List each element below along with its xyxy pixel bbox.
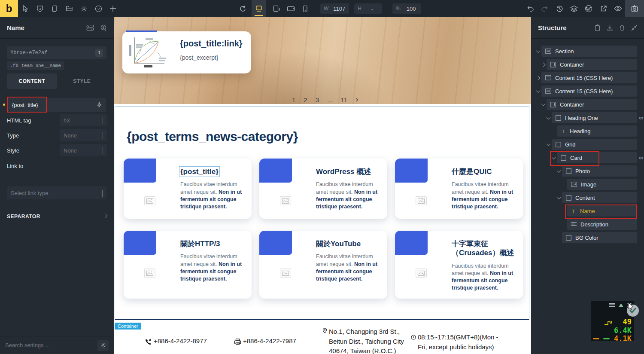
canvas-height-field[interactable]: H -	[354, 3, 382, 14]
card-title[interactable]: 關於YouTube	[316, 240, 361, 248]
card-title[interactable]: WordPress 概述	[316, 168, 371, 176]
tree-item[interactable]: Content 15 (CSS Here)	[541, 72, 637, 83]
news-card[interactable]: WordPress 概述 Faucibus vitae interdum ame…	[259, 159, 387, 219]
hero-post-card[interactable]: {post_title:link} {post_excerpt}	[122, 31, 251, 73]
save-button[interactable]	[625, 0, 644, 17]
element-id-input[interactable]: #brxe-e7e2af 1	[7, 46, 106, 59]
element-states-icon[interactable]	[86, 24, 94, 31]
settings-gear-icon[interactable]	[76, 0, 91, 17]
card-title[interactable]: {post_title}	[180, 168, 219, 176]
footer-phone[interactable]: +886-4-2422-8977	[145, 337, 207, 347]
search-settings-input[interactable]: Search settings ...	[5, 342, 97, 348]
news-card[interactable]: 關於HTTP/3 Faucibus vitae interdum amet ne…	[124, 231, 252, 299]
pagination-item[interactable]: 2	[304, 96, 307, 104]
tree-chevron-icon[interactable]	[555, 196, 562, 199]
title-text-input[interactable]: {post_title}	[8, 98, 106, 112]
dynamic-data-bolt-icon[interactable]	[93, 98, 106, 112]
perf-up-icon[interactable]	[619, 303, 623, 307]
folder-icon[interactable]	[62, 0, 76, 17]
layers-icon[interactable]	[567, 0, 581, 17]
viewport-tablet-rotate-icon[interactable]	[269, 0, 283, 17]
tree-item[interactable]: BG Color	[562, 232, 637, 243]
css-class-chip[interactable]: .fb-team-one__name	[7, 61, 64, 70]
open-preview-icon[interactable]	[596, 0, 611, 17]
card-bg-color-block[interactable]	[259, 159, 292, 183]
history-icon[interactable]	[552, 0, 567, 17]
card-bg-color-block[interactable]	[259, 231, 292, 255]
footer-section[interactable]: Container +886-4-2422-8977 +886-4-2422-7…	[114, 320, 531, 354]
help-icon[interactable]: ?	[91, 0, 106, 17]
title-text-value[interactable]: {post_title}	[8, 102, 93, 108]
tree-chevron-icon[interactable]	[540, 63, 547, 66]
style-select[interactable]: None	[60, 144, 107, 156]
viewport-tablet-icon[interactable]	[283, 0, 298, 17]
refresh-icon[interactable]	[235, 0, 250, 17]
eye-icon[interactable]	[611, 0, 625, 17]
hero-section[interactable]: {post_title:link} {post_excerpt} 123...1…	[114, 17, 531, 104]
tree-item[interactable]: Grid	[552, 139, 637, 150]
tree-chevron-icon[interactable]	[555, 170, 562, 173]
card-title[interactable]: 十字軍東征（Crusades）概述	[452, 240, 514, 257]
news-card[interactable]: {post_title} Faucibus vitae interdum ame…	[124, 159, 252, 219]
tree-item[interactable]: Container	[547, 59, 637, 70]
canvas-width-field[interactable]: W 1107	[320, 3, 349, 14]
tree-chevron-icon[interactable]	[540, 103, 547, 106]
zoom-value[interactable]: 100	[405, 6, 418, 12]
hero-post-title-link[interactable]: {post_title:link}	[180, 39, 243, 49]
card-title[interactable]: 關於HTTP/3	[180, 240, 220, 248]
perf-close-icon[interactable]	[627, 303, 632, 307]
tree-item[interactable]: Description	[567, 219, 637, 230]
card-bg-color-block[interactable]	[124, 159, 156, 183]
delete-icon[interactable]	[619, 24, 625, 31]
card-bg-color-block[interactable]	[395, 159, 428, 183]
footer-fax[interactable]: +886-4-2422-7987	[234, 337, 296, 346]
tree-item[interactable]: Content 15 (CSS Here)	[541, 85, 637, 97]
tab-content[interactable]: CONTENT	[7, 73, 57, 89]
tree-item[interactable]: Section	[541, 46, 637, 57]
tree-item[interactable]: Content	[562, 192, 637, 203]
viewport-desktop-icon[interactable]	[252, 0, 266, 17]
perf-menu-icon[interactable]	[609, 303, 615, 307]
news-category-heading[interactable]: {post_terms_news-category}	[127, 129, 298, 144]
undo-icon[interactable]	[523, 0, 538, 17]
pagination-next-icon[interactable]: ›	[355, 95, 358, 104]
pages-icon[interactable]	[47, 0, 62, 17]
news-card[interactable]: 關於YouTube Faucibus vitae interdum amet n…	[259, 231, 387, 299]
tree-item[interactable]: Heading One	[552, 112, 637, 123]
collapse-all-icon[interactable]	[631, 25, 637, 31]
tree-item[interactable]: Card	[557, 152, 637, 163]
card-bg-color-block[interactable]	[124, 231, 156, 255]
news-card[interactable]: 十字軍東征（Crusades）概述 Faucibus vitae interdu…	[395, 231, 523, 299]
link-type-select[interactable]: Select link type	[7, 186, 106, 199]
add-element-icon[interactable]	[106, 0, 120, 17]
html-tag-select[interactable]: h3	[60, 114, 107, 126]
element-settings-gear-icon[interactable]	[97, 340, 109, 351]
tree-item[interactable]: Photo	[562, 165, 637, 177]
canvas-zoom-field[interactable]: % 100	[392, 3, 421, 14]
shield-3-icon[interactable]: 3	[33, 0, 47, 17]
paste-icon[interactable]	[594, 24, 601, 31]
redo-icon[interactable]	[538, 0, 552, 17]
news-section[interactable]: {post_terms_news-category} {post_title} …	[115, 106, 529, 320]
tree-chevron-icon[interactable]	[535, 50, 541, 53]
pagination-item[interactable]: 3	[316, 96, 319, 104]
user-interactions-icon[interactable]	[100, 24, 107, 31]
pagination-item[interactable]: ...	[327, 96, 333, 104]
tree-chevron-icon[interactable]	[545, 143, 552, 146]
bricks-logo[interactable]: b	[0, 0, 18, 17]
wordpress-icon[interactable]	[581, 0, 596, 17]
card-title[interactable]: 什麼是QUIC	[452, 168, 492, 176]
viewport-mobile-icon[interactable]	[298, 0, 313, 17]
type-select[interactable]: None	[60, 129, 107, 141]
pagination-item[interactable]: 1	[292, 96, 295, 104]
width-value[interactable]: 1107	[333, 6, 346, 12]
pointer-tool-icon[interactable]	[18, 0, 33, 17]
import-icon[interactable]	[607, 24, 613, 31]
pagination-item[interactable]: 11	[341, 96, 348, 104]
tree-item[interactable]: Image	[567, 179, 637, 190]
tree-item[interactable]: T Name	[567, 205, 637, 217]
height-value[interactable]: -	[366, 6, 379, 12]
separator-section-toggle[interactable]: SEPARATOR	[0, 209, 114, 223]
tree-item[interactable]: Container	[547, 99, 637, 110]
card-bg-color-block[interactable]	[395, 231, 428, 255]
